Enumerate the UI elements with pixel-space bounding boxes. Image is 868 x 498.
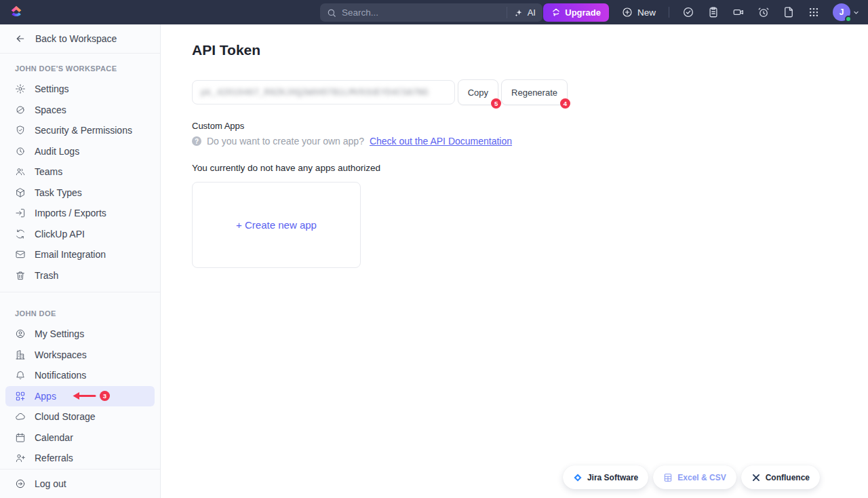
topbar-actions: Upgrade New J <box>543 3 868 22</box>
plus-circle-icon <box>622 7 633 18</box>
upgrade-button[interactable]: Upgrade <box>543 3 609 22</box>
topbar-divider <box>669 7 669 18</box>
annotation-badge-3: 3 <box>100 391 110 401</box>
apps-grid-plus-icon <box>15 391 26 402</box>
sidebar-item-label: Apps <box>35 391 56 402</box>
sidebar-item-referrals[interactable]: Referrals <box>0 448 160 469</box>
sidebar-item-clickup-api[interactable]: ClickUp API <box>0 224 160 245</box>
sidebar-item-email-integration[interactable]: Email Integration <box>0 244 160 265</box>
copy-token-button[interactable]: Copy 5 <box>458 79 498 105</box>
arrow-left-icon <box>15 33 26 44</box>
sidebar-item-calendar[interactable]: Calendar <box>0 427 160 448</box>
new-label: New <box>637 7 656 18</box>
sidebar-item-trash[interactable]: Trash <box>0 265 160 286</box>
create-new-app-button[interactable]: + Create new app <box>236 219 317 231</box>
spreadsheet-icon <box>663 473 673 482</box>
sidebar-item-cloud-storage[interactable]: Cloud Storage <box>0 406 160 427</box>
sidebar-item-spaces[interactable]: Spaces <box>0 100 160 121</box>
sidebar-item-imports-exports[interactable]: Imports / Exports <box>0 203 160 224</box>
api-token-row: pk_42019467_R8ZKJ0Q2WXH5TB1LMV93UEYD4CSA… <box>192 79 568 105</box>
sidebar-item-label: Workspaces <box>35 349 87 360</box>
annotation-arrow-left <box>72 391 96 400</box>
sidebar-item-apps[interactable]: Apps 3 <box>5 386 155 407</box>
ai-button[interactable]: AI <box>507 7 536 18</box>
building-icon <box>15 349 26 360</box>
app-grid-icon[interactable] <box>808 6 820 18</box>
sidebar-item-notifications[interactable]: Notifications <box>0 365 160 386</box>
sidebar-item-label: Settings <box>35 83 69 94</box>
user-plus-icon <box>15 453 26 463</box>
question-mark-icon: ? <box>192 136 201 146</box>
sidebar-item-label: Calendar <box>35 432 73 443</box>
jira-software-button[interactable]: Jira Software <box>563 465 648 489</box>
avatar: J <box>833 3 850 21</box>
upgrade-label: Upgrade <box>565 7 601 18</box>
sidebar-item-label: Trash <box>35 270 58 281</box>
sidebar-item-label: Imports / Exports <box>35 208 106 218</box>
logout-button[interactable]: Log out <box>0 469 160 498</box>
sidebar-item-label: Teams <box>35 166 62 177</box>
clickup-logo-icon[interactable] <box>9 3 25 21</box>
import-icon <box>15 208 26 218</box>
back-to-workspace[interactable]: Back to Workspace <box>0 24 160 54</box>
search-icon <box>327 8 336 18</box>
search-placeholder: Search... <box>342 7 378 18</box>
api-token-value-redacted: pk_42019467_R8ZKJ0Q2WXH5TB1LMV93UEYD4CSA… <box>201 88 428 98</box>
sidebar-item-label: Notifications <box>35 370 86 381</box>
apps-empty-state: You currently do not have any apps autho… <box>192 163 868 173</box>
sidebar-item-audit-logs[interactable]: Audit Logs <box>0 141 160 162</box>
custom-apps-question: Do you want to create your own app? <box>207 136 364 147</box>
sidebar-item-task-types[interactable]: Task Types <box>0 183 160 204</box>
logout-label: Log out <box>35 478 66 489</box>
annotation-badge-4: 4 <box>560 98 570 109</box>
search-input[interactable]: Search... AI <box>320 3 542 22</box>
gear-icon <box>15 83 26 94</box>
excel-csv-label: Excel & CSV <box>677 473 726 482</box>
excel-csv-button[interactable]: Excel & CSV <box>653 465 736 489</box>
account-menu[interactable]: J <box>833 3 859 21</box>
sidebar-item-label: Email Integration <box>35 249 106 260</box>
topbar: Search... AI Upgrade New <box>0 0 868 24</box>
sidebar-item-label: Spaces <box>35 104 66 115</box>
workspace-section-header: JOHN DOE'S WORKSPACE <box>0 54 160 79</box>
alarm-clock-icon[interactable] <box>757 6 770 18</box>
planet-icon <box>15 104 26 115</box>
new-button[interactable]: New <box>622 7 656 18</box>
tasks-check-icon[interactable] <box>682 6 694 18</box>
sidebar-item-label: Audit Logs <box>35 146 79 157</box>
sidebar-item-label: My Settings <box>35 328 84 339</box>
main-content: API Token pk_42019467_R8ZKJ0Q2WXH5TB1LMV… <box>161 24 868 498</box>
sidebar-item-workspaces[interactable]: Workspaces <box>0 345 160 366</box>
bell-icon <box>15 370 26 381</box>
sync-icon <box>15 229 26 240</box>
custom-apps-title: Custom Apps <box>192 121 868 131</box>
user-section-header: JOHN DOE <box>0 299 160 324</box>
jira-label: Jira Software <box>587 473 638 482</box>
regenerate-button-label: Regenerate <box>511 88 557 98</box>
sidebar-item-my-settings[interactable]: My Settings <box>0 324 160 345</box>
cloud-icon <box>15 411 26 422</box>
sidebar-item-teams[interactable]: Teams <box>0 161 160 183</box>
sidebar-item-label: Referrals <box>35 453 73 463</box>
api-documentation-link[interactable]: Check out the API Documentation <box>370 136 512 147</box>
document-icon[interactable] <box>783 6 795 18</box>
notepad-icon[interactable] <box>707 6 719 18</box>
copy-button-label: Copy <box>468 88 488 98</box>
regenerate-token-button[interactable]: Regenerate 4 <box>501 79 568 105</box>
confluence-button[interactable]: Confluence <box>741 465 820 489</box>
upgrade-icon <box>551 7 561 17</box>
envelope-icon <box>15 249 26 260</box>
user-circle-icon <box>15 328 26 339</box>
chevron-down-icon <box>853 9 859 16</box>
back-to-workspace-label: Back to Workspace <box>35 33 117 44</box>
sidebar-item-security[interactable]: Security & Permissions <box>0 120 160 141</box>
sidebar-item-label: ClickUp API <box>35 229 85 240</box>
page-title: API Token <box>192 42 868 58</box>
online-status-dot <box>845 16 852 22</box>
sidebar-item-settings[interactable]: Settings <box>0 79 160 100</box>
create-app-card: + Create new app <box>192 182 361 268</box>
video-camera-icon[interactable] <box>732 6 745 18</box>
calendar-icon <box>15 432 26 443</box>
annotation-badge-5: 5 <box>491 98 501 109</box>
api-token-field[interactable]: pk_42019467_R8ZKJ0Q2WXH5TB1LMV93UEYD4CSA… <box>192 80 455 104</box>
